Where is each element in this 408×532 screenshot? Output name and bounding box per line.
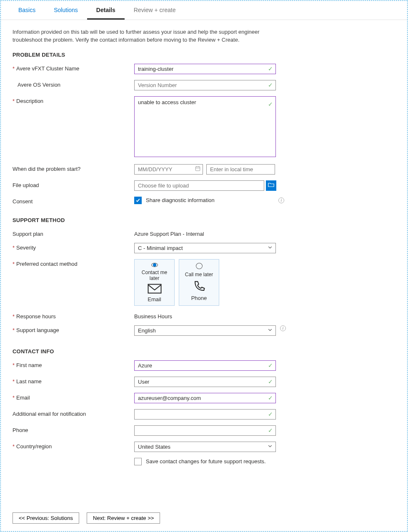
folder-icon xyxy=(268,182,274,189)
next-button[interactable]: Next: Review + create >> xyxy=(87,512,160,524)
card-email-top: Contact me later xyxy=(136,270,173,281)
label-additional-email: Additional email for notification xyxy=(13,411,86,417)
required-marker: * xyxy=(13,98,15,104)
info-icon[interactable]: i xyxy=(278,197,284,203)
section-problem-details: PROBLEM DETAILS xyxy=(13,52,395,58)
label-os-version: Avere OS Version xyxy=(18,82,60,88)
label-support-language: Support language xyxy=(16,327,59,333)
severity-select[interactable] xyxy=(134,243,276,253)
tab-details[interactable]: Details xyxy=(87,1,125,20)
label-country: Country/region xyxy=(16,443,52,450)
tab-solutions[interactable]: Solutions xyxy=(45,1,87,20)
response-hours-value: Business Hours xyxy=(134,312,172,320)
contact-card-phone[interactable]: Call me later Phone xyxy=(179,259,219,306)
problem-time-input[interactable] xyxy=(206,164,275,175)
support-plan-value: Azure Support Plan - Internal xyxy=(134,229,204,237)
required-marker: * xyxy=(13,261,15,267)
label-response-hours: Response hours xyxy=(16,313,56,320)
radio-email[interactable] xyxy=(151,263,158,267)
save-contact-checkbox[interactable] xyxy=(134,458,142,465)
label-phone: Phone xyxy=(13,427,28,433)
required-marker: * xyxy=(13,378,15,385)
tabs: Basics Solutions Details Review + create xyxy=(1,1,407,20)
card-phone-caption: Phone xyxy=(191,295,207,301)
tab-basics[interactable]: Basics xyxy=(9,1,45,20)
mail-icon xyxy=(148,284,162,294)
required-marker: * xyxy=(13,313,15,320)
form-scroll[interactable]: Information provided on this tab will be… xyxy=(1,20,407,506)
description-input[interactable]: unable to access cluster xyxy=(134,96,276,157)
label-support-plan: Support plan xyxy=(13,231,43,237)
required-marker: * xyxy=(13,362,15,368)
svg-rect-1 xyxy=(148,284,161,293)
file-upload-input[interactable] xyxy=(134,180,264,191)
label-problem-start: When did the problem start? xyxy=(13,166,80,172)
required-marker: * xyxy=(13,327,15,333)
phone-icon xyxy=(193,280,205,292)
problem-date-input[interactable] xyxy=(134,164,203,175)
label-cluster-name: Avere vFXT Cluster Name xyxy=(16,65,79,72)
phone-input[interactable] xyxy=(134,425,276,436)
required-marker: * xyxy=(13,443,15,450)
section-contact-info: CONTACT INFO xyxy=(13,348,395,355)
required-marker: * xyxy=(13,245,15,251)
label-severity: Severity xyxy=(16,245,36,251)
label-email: Email xyxy=(16,395,30,401)
card-phone-top: Call me later xyxy=(185,272,213,277)
section-support-method: SUPPORT METHOD xyxy=(13,217,395,223)
label-contact-method: Preferred contact method xyxy=(16,261,78,267)
required-marker: * xyxy=(13,395,15,401)
email-input[interactable] xyxy=(134,393,276,403)
country-select[interactable] xyxy=(134,442,276,452)
info-icon[interactable]: i xyxy=(280,325,286,331)
contact-card-email[interactable]: Contact me later Email xyxy=(134,259,175,306)
wizard-footer: << Previous: Solutions Next: Review + cr… xyxy=(1,506,407,531)
os-version-input[interactable] xyxy=(134,80,276,90)
label-last-name: Last name xyxy=(16,378,42,385)
save-contact-label: Save contact changes for future support … xyxy=(146,458,266,465)
label-consent: Consent xyxy=(13,198,33,205)
tab-review-create[interactable]: Review + create xyxy=(125,1,185,20)
support-language-select[interactable] xyxy=(134,325,276,336)
previous-button[interactable]: << Previous: Solutions xyxy=(13,512,79,524)
first-name-input[interactable] xyxy=(134,360,276,371)
consent-checkbox[interactable] xyxy=(134,197,142,204)
required-marker: * xyxy=(13,65,15,72)
consent-label: Share diagnostic information xyxy=(146,197,215,203)
file-browse-button[interactable] xyxy=(266,180,276,191)
card-email-caption: Email xyxy=(148,296,161,302)
label-description: Description xyxy=(16,98,43,104)
label-first-name: First name xyxy=(16,362,42,368)
intro-text: Information provided on this tab will be… xyxy=(13,28,271,44)
last-name-input[interactable] xyxy=(134,377,276,387)
additional-email-input[interactable] xyxy=(134,409,276,420)
radio-phone[interactable] xyxy=(196,263,203,269)
cluster-name-input[interactable] xyxy=(134,64,276,74)
label-file-upload: File upload xyxy=(13,182,39,188)
